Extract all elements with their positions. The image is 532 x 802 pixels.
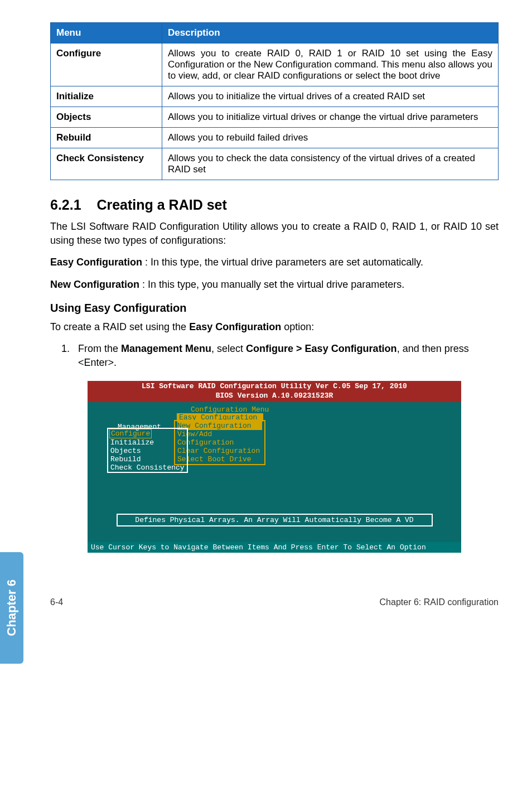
menu-description-table: Menu Description ConfigureAllows you to … xyxy=(50,22,499,180)
chapter-side-tab: Chapter 6 xyxy=(0,552,23,619)
table-row: RebuildAllows you to rebuild failed driv… xyxy=(51,128,499,148)
table-row: Check ConsistencyAllows you to check the… xyxy=(51,148,499,180)
new-config-text: : In this type, you manually set the vir… xyxy=(139,279,404,290)
using-lead: To create a RAID set using the Easy Conf… xyxy=(50,320,499,334)
easy-config-text: : In this type, the virtual drive parame… xyxy=(142,257,423,268)
lead-tail: option: xyxy=(281,321,314,332)
new-config-label: New Configuration xyxy=(50,279,139,290)
cell-menu: Rebuild xyxy=(51,128,162,148)
defines-box: Defines Physical Arrays. An Array Will A… xyxy=(117,514,433,526)
bios-body: Configuration Menu Easy Configuration Ne… xyxy=(88,402,461,542)
cfg-boot: Select Boot Drive xyxy=(177,455,262,463)
cell-menu: Objects xyxy=(51,107,162,128)
section-number: 6.2.1 xyxy=(50,197,81,212)
config-menu-label: Configuration Menu xyxy=(191,405,269,414)
cell-desc: Allows you to initialize virtual drives … xyxy=(162,107,499,128)
using-heading: Using Easy Configuration xyxy=(50,302,499,315)
mgmt-check: Check Consistency xyxy=(110,463,185,472)
s1b: Management Menu xyxy=(121,343,211,354)
page-footer: 6-4 Chapter 6: RAID configuration xyxy=(0,569,532,619)
cell-desc: Allows you to create RAID 0, RAID 1 or R… xyxy=(162,44,499,86)
mgmt-rebuild: Rebuild xyxy=(110,455,185,463)
easy-config-paragraph: Easy Configuration : In this type, the v… xyxy=(50,255,499,269)
mgmt-objects: Objects xyxy=(110,447,185,455)
th-desc: Description xyxy=(162,23,499,44)
cell-desc: Allows you to check the data consistency… xyxy=(162,148,499,180)
bios-screenshot: LSI Software RAID Configuration Utility … xyxy=(88,381,461,553)
management-menu-box: Configure Initialize Objects Rebuild Che… xyxy=(107,428,188,473)
bios-title-2: BIOS Version A.10.09231523R xyxy=(88,392,461,401)
step-1: From the Management Menu, select Configu… xyxy=(72,342,499,370)
mgmt-configure: Configure xyxy=(109,429,152,438)
cell-menu: Configure xyxy=(51,44,162,86)
cell-menu: Initialize xyxy=(51,86,162,107)
cfg-new: New Configuration xyxy=(177,422,262,430)
s1c: , select xyxy=(211,343,246,354)
steps-list: From the Management Menu, select Configu… xyxy=(72,342,499,370)
intro-paragraph: The LSI Software RAID Configuration Util… xyxy=(50,220,499,248)
table-row: ConfigureAllows you to create RAID 0, RA… xyxy=(51,44,499,86)
lead-a: To create a RAID set using the xyxy=(50,321,189,332)
bios-footer: Use Cursor Keys to Navigate Between Item… xyxy=(88,542,461,553)
s1a: From the xyxy=(78,343,121,354)
section-title: Creating a RAID set xyxy=(96,197,226,212)
page-number: 6-4 xyxy=(50,597,63,607)
mgmt-initialize: Initialize xyxy=(110,438,185,447)
th-menu: Menu xyxy=(51,23,162,44)
bios-title-1: LSI Software RAID Configuration Utility … xyxy=(88,382,461,392)
cfg-view: View/Add Configuration xyxy=(177,430,262,447)
cell-desc: Allows you to initialize the virtual dri… xyxy=(162,86,499,107)
lead-bold: Easy Configuration xyxy=(189,321,281,332)
chapter-title-footer: Chapter 6: RAID configuration xyxy=(380,597,499,607)
s1d: Configure > Easy Configuration xyxy=(246,343,397,354)
new-config-paragraph: New Configuration : In this type, you ma… xyxy=(50,278,499,292)
section-heading: 6.2.1 Creating a RAID set xyxy=(50,197,499,213)
cfg-clear: Clear Configuration xyxy=(177,447,262,455)
table-row: ObjectsAllows you to initialize virtual … xyxy=(51,107,499,128)
table-row: InitializeAllows you to initialize the v… xyxy=(51,86,499,107)
bios-header: LSI Software RAID Configuration Utility … xyxy=(88,381,461,402)
easy-config-label: Easy Configuration xyxy=(50,257,142,268)
cell-desc: Allows you to rebuild failed drives xyxy=(162,128,499,148)
cell-menu: Check Consistency xyxy=(51,148,162,180)
side-tab-label: Chapter 6 xyxy=(4,579,19,619)
